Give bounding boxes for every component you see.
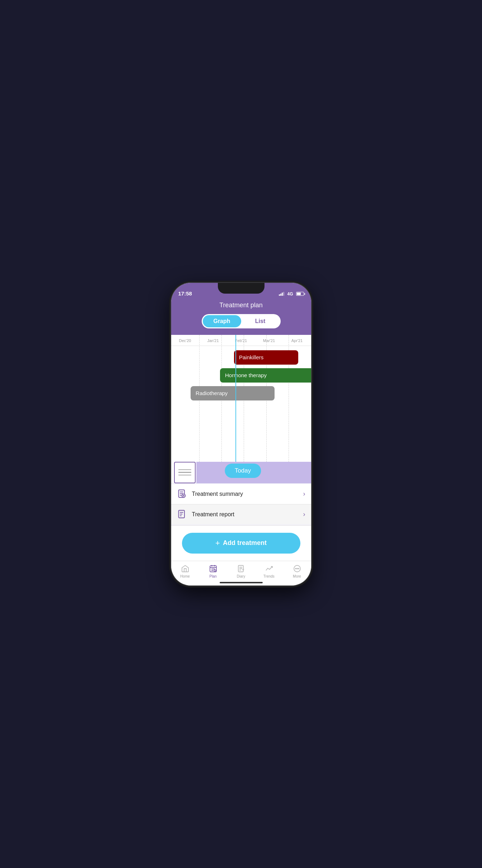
chart-area: Dec'20 Jan'21 Feb'21 Mar'21 Apr'21 bbox=[171, 335, 311, 483]
nav-trends[interactable]: Trends bbox=[255, 564, 283, 578]
timeline-jan: Jan'21 bbox=[199, 338, 227, 343]
treatment-report-label: Treatment report bbox=[192, 511, 303, 518]
nav-trends-label: Trends bbox=[263, 574, 275, 578]
report-doc-icon bbox=[177, 509, 187, 520]
summary-chevron: › bbox=[303, 490, 305, 498]
hormone-label: Hormone therapy bbox=[225, 372, 267, 378]
radio-label: Radiotherapy bbox=[196, 390, 228, 396]
home-icon bbox=[181, 564, 190, 573]
timeline-header: Dec'20 Jan'21 Feb'21 Mar'21 Apr'21 bbox=[171, 335, 311, 346]
status-icons: 4G bbox=[279, 291, 304, 297]
add-treatment-button[interactable]: + Add treatment bbox=[182, 533, 300, 554]
timeline-apr: Apr'21 bbox=[283, 338, 311, 343]
treatment-summary-row[interactable]: Treatment summary › bbox=[171, 484, 311, 504]
svg-point-25 bbox=[295, 568, 296, 569]
network-label: 4G bbox=[287, 291, 293, 297]
today-line bbox=[235, 335, 236, 483]
diary-icon bbox=[237, 564, 246, 573]
notch bbox=[218, 283, 265, 294]
more-icon bbox=[293, 564, 302, 573]
phone-screen: 17:58 4G Treatment plan bbox=[171, 283, 311, 585]
nav-diary-label: Diary bbox=[237, 574, 245, 578]
add-treatment-label: Add treatment bbox=[223, 539, 267, 547]
plan-icon bbox=[209, 564, 218, 573]
tab-graph[interactable]: Graph bbox=[203, 315, 241, 327]
tab-switcher: Graph List bbox=[202, 314, 281, 328]
report-chevron: › bbox=[303, 511, 305, 518]
today-button[interactable]: Today bbox=[225, 464, 261, 478]
tab-list[interactable]: List bbox=[241, 315, 280, 327]
summary-section: Treatment summary › Treatment report bbox=[171, 483, 311, 526]
svg-point-26 bbox=[297, 568, 298, 569]
status-time: 17:58 bbox=[178, 290, 192, 297]
add-icon: + bbox=[215, 539, 220, 548]
trends-icon bbox=[265, 564, 274, 573]
timeline-mar: Mar'21 bbox=[255, 338, 283, 343]
header: Treatment plan Graph List bbox=[171, 299, 311, 335]
home-indicator bbox=[220, 582, 263, 583]
hormone-therapy-bar[interactable]: Hormone therapy bbox=[220, 368, 311, 383]
timeline-feb: Feb'21 bbox=[227, 338, 255, 343]
nav-home[interactable]: Home bbox=[171, 564, 199, 578]
summary-doc-icon bbox=[177, 489, 187, 499]
add-treatment-section: + Add treatment bbox=[171, 526, 311, 561]
note-icon-box bbox=[174, 462, 196, 483]
phone-frame: 17:58 4G Treatment plan bbox=[171, 283, 311, 585]
timeline-dec: Dec'20 bbox=[171, 338, 199, 343]
nav-diary[interactable]: Diary bbox=[227, 564, 255, 578]
nav-more-label: More bbox=[293, 574, 301, 578]
treatment-bars: Painkillers Hormone therapy Radiotherapy bbox=[171, 346, 311, 425]
radiotherapy-bar[interactable]: Radiotherapy bbox=[191, 386, 275, 400]
nav-plan[interactable]: Plan bbox=[199, 564, 227, 578]
page-title: Treatment plan bbox=[178, 302, 304, 309]
nav-more[interactable]: More bbox=[283, 564, 311, 578]
battery-icon bbox=[296, 292, 304, 296]
signal-icon bbox=[279, 292, 284, 296]
nav-plan-label: Plan bbox=[209, 574, 216, 578]
treatment-report-row[interactable]: Treatment report › bbox=[171, 504, 311, 525]
svg-point-27 bbox=[298, 568, 299, 569]
painkillers-label: Painkillers bbox=[239, 354, 263, 360]
treatment-summary-label: Treatment summary bbox=[192, 491, 303, 497]
nav-home-label: Home bbox=[180, 574, 190, 578]
painkillers-bar[interactable]: Painkillers bbox=[234, 350, 298, 365]
